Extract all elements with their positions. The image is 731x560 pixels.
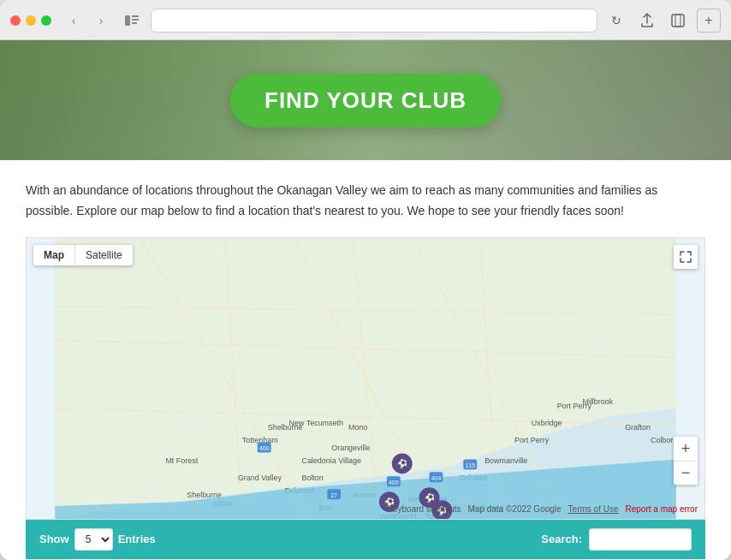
svg-text:Bowmanville: Bowmanville: [484, 456, 527, 465]
svg-text:Bolton: Bolton: [301, 474, 323, 482]
close-button[interactable]: [10, 15, 21, 26]
svg-text:Millbrook: Millbrook: [582, 396, 613, 405]
map-tab[interactable]: Map: [33, 245, 74, 265]
map-image: Mt Forest Shelburne Grand Valley Arthur …: [27, 238, 704, 519]
svg-text:Mono: Mono: [348, 422, 367, 431]
terms-link[interactable]: Terms of Use: [568, 504, 619, 514]
svg-text:404: 404: [431, 475, 442, 481]
share-button[interactable]: [635, 9, 659, 33]
show-entries-control: Show 5 10 25 50 100 Entries: [39, 528, 156, 551]
entries-label: Entries: [118, 533, 156, 545]
map-fullscreen-button[interactable]: [674, 245, 698, 269]
hero-banner: FIND YOUR CLUB: [0, 40, 731, 160]
maximize-button[interactable]: [41, 15, 51, 26]
svg-text:Orangeville: Orangeville: [331, 444, 370, 452]
map-view-controls: Map Satellite: [33, 245, 133, 265]
browser-window: ‹ › ↻ +: [0, 0, 731, 560]
svg-text:Caledonia Village: Caledonia Village: [301, 456, 360, 465]
map-zoom-controls: + −: [674, 437, 698, 485]
svg-rect-1: [132, 15, 139, 17]
back-button[interactable]: ‹: [62, 9, 86, 33]
svg-text:New Tecumseth: New Tecumseth: [289, 418, 343, 426]
forward-button[interactable]: ›: [89, 9, 113, 33]
page-content: FIND YOUR CLUB With an abundance of loca…: [0, 40, 731, 560]
svg-text:⚽: ⚽: [397, 458, 408, 469]
svg-text:Uxbridge: Uxbridge: [532, 418, 562, 426]
browser-chrome: ‹ › ↻ +: [0, 0, 731, 40]
search-area: Search:: [541, 528, 692, 551]
new-window-button[interactable]: +: [697, 9, 721, 33]
table-search-input[interactable]: [589, 528, 692, 551]
svg-text:400: 400: [389, 480, 399, 486]
traffic-lights: [10, 15, 51, 26]
nav-buttons: ‹ ›: [62, 9, 113, 33]
table-footer: Show 5 10 25 50 100 Entries Search:: [26, 520, 705, 559]
entries-select[interactable]: 5 10 25 50 100: [74, 528, 113, 551]
body-content: With an abundance of locations throughou…: [0, 160, 731, 559]
find-club-badge: FIND YOUR CLUB: [230, 74, 501, 128]
map-footer: Keyboard shortcuts Map data ©2022 Google…: [27, 500, 704, 519]
map-data-label: Map data ©2022 Google: [467, 504, 561, 514]
svg-text:Port Perry: Port Perry: [514, 435, 550, 444]
refresh-button[interactable]: ↻: [604, 9, 628, 33]
zoom-in-button[interactable]: +: [674, 437, 698, 461]
svg-text:Grafton: Grafton: [625, 422, 651, 431]
svg-rect-4: [672, 15, 684, 27]
svg-text:27: 27: [330, 492, 337, 498]
svg-text:115: 115: [465, 462, 475, 468]
description-text: With an abundance of locations throughou…: [26, 181, 705, 222]
report-link[interactable]: Report a map error: [626, 504, 698, 514]
zoom-out-button[interactable]: −: [674, 461, 698, 485]
svg-rect-3: [132, 22, 137, 24]
search-label: Search:: [541, 533, 582, 545]
keyboard-shortcuts-link[interactable]: Keyboard shortcuts: [387, 504, 461, 514]
new-tab-button[interactable]: [666, 9, 690, 33]
svg-rect-0: [125, 15, 130, 26]
reader-view-button[interactable]: [120, 9, 144, 33]
svg-text:400: 400: [259, 445, 270, 451]
svg-text:Grand Valley: Grand Valley: [238, 474, 282, 482]
map-container[interactable]: Mt Forest Shelburne Grand Valley Arthur …: [26, 237, 705, 520]
show-label: Show: [39, 533, 69, 545]
address-bar[interactable]: [151, 9, 597, 33]
svg-text:Mt Forest: Mt Forest: [165, 456, 198, 465]
minimize-button[interactable]: [26, 15, 36, 26]
satellite-tab[interactable]: Satellite: [74, 245, 133, 265]
svg-rect-5: [675, 15, 680, 27]
svg-rect-2: [132, 19, 139, 21]
